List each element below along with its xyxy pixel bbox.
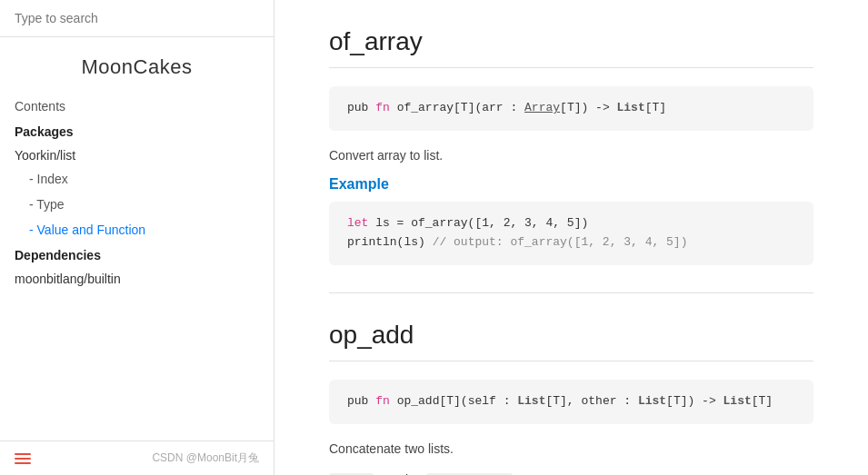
footer-credit: CSDN @MoonBit月兔 — [152, 450, 259, 466]
example-line-1: let ls = of_array([1, 2, 3, 4, 5]) — [347, 214, 795, 233]
sidebar-item-contents[interactable]: Contents — [0, 94, 274, 119]
sidebar-brand: MoonCakes — [0, 37, 274, 94]
op-add-title: op_add — [329, 321, 813, 361]
sidebar-nav: Contents Packages Yoorkin/list - Index -… — [0, 94, 274, 440]
sidebar-item-yoorkin-list[interactable]: Yoorkin/list — [0, 144, 274, 166]
example-line-2: println(ls) // output: of_array([1, 2, 3… — [347, 233, 795, 252]
menu-icon[interactable] — [15, 453, 31, 464]
of-array-example-code: let ls = of_array([1, 2, 3, 4, 5]) print… — [329, 202, 813, 265]
of-array-example-heading: Example — [329, 176, 813, 193]
of-array-title: of_array — [329, 27, 813, 68]
fn-name: of_array[T](arr : Array[T]) -> List[T] — [397, 101, 667, 114]
main-content: of_array pub fn of_array[T](arr : Array[… — [274, 0, 868, 475]
op-add-inline-desc: a + b equal to a.concat(b) — [329, 470, 813, 475]
sidebar-item-index[interactable]: - Index — [0, 166, 274, 192]
sidebar-item-value-function[interactable]: - Value and Function — [0, 217, 274, 242]
op-add-signature: pub fn op_add[T](self : List[T], other :… — [329, 380, 813, 424]
pub-keyword: pub — [347, 101, 375, 114]
sidebar-item-type[interactable]: - Type — [0, 192, 274, 217]
sidebar-item-packages[interactable]: Packages — [0, 119, 274, 144]
of-array-description: Convert array to list. — [329, 145, 813, 165]
fn-keyword: fn — [375, 101, 396, 114]
sidebar-item-dependencies[interactable]: Dependencies — [0, 242, 274, 268]
search-input[interactable] — [15, 11, 259, 25]
section-divider-1 — [329, 292, 813, 293]
sidebar-footer: CSDN @MoonBit月兔 — [0, 440, 274, 475]
of-array-signature: pub fn of_array[T](arr : Array[T]) -> Li… — [329, 86, 813, 131]
search-bar[interactable] — [0, 0, 274, 37]
sidebar-item-moonbitlang[interactable]: moonbitlang/builtin — [0, 268, 274, 290]
op-add-description: Concatenate two lists. — [329, 439, 813, 459]
sidebar: MoonCakes Contents Packages Yoorkin/list… — [0, 0, 274, 475]
